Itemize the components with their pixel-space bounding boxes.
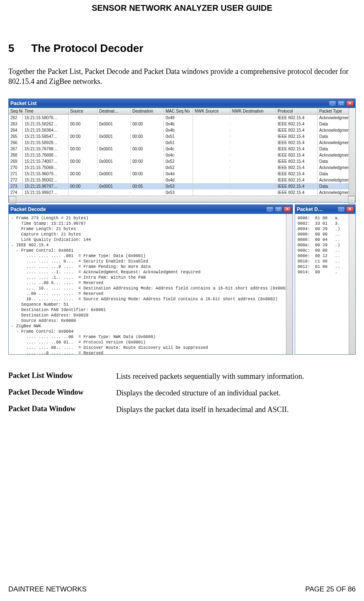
table-cell: IEEE 802.15.4 [276,183,318,189]
decode-line[interactable]: - Frame 273 (Length = 21 bytes) [11,216,290,221]
decode-line[interactable]: .... ..00 0... .... = Reserved [11,280,290,286]
col-nwk-src[interactable]: NWK Source [193,108,230,114]
table-row[interactable]: 27415:21:15.99927…0x53IEEE 802.15.4Ackno… [9,189,355,196]
hex-line[interactable]: 0004: 00 29 .) [298,226,353,232]
minimize-icon[interactable]: _ [337,206,345,212]
table-row[interactable]: 26715:21:15.76788…00:000x000100:000x4cIE… [9,146,355,152]
decode-line[interactable]: .... 10.. .... .... = Destination Addres… [11,286,290,291]
table-cell [68,129,98,131]
horizontal-scrollbar[interactable] [9,196,355,202]
decode-line[interactable]: .... .... ..1. .... = Acknowledgment Req… [11,270,290,275]
table-row[interactable]: 26215:21:15.58076…0x48IEEE 802.15.4Ackno… [9,115,355,121]
decode-line[interactable]: .... .... .1.. .... = Intra PAN: Within … [11,275,290,280]
decode-line[interactable]: Destination Address: 0x0029 [11,313,290,318]
decode-line[interactable]: - Frame Control: 0x8861 [11,248,290,253]
table-row[interactable]: 26815:21:15.76888…0x4cIEEE 802.15.4Ackno… [9,152,355,158]
maximize-icon[interactable]: □ [275,206,282,212]
table-cell: 15:21:15.75068… [23,164,68,171]
hex-line[interactable]: 000c: 00 00 .. [298,248,353,253]
table-row[interactable]: 27015:21:15.75068…0x52IEEE 802.15.4Ackno… [9,164,355,171]
table-cell [98,154,131,156]
hex-line[interactable]: 0014: 00 . [298,270,353,275]
decode-line[interactable]: Time Stamp: 15:21:15.98787 [11,221,290,226]
col-seq[interactable]: Seq No [9,108,23,114]
decode-line[interactable]: .... .... .... 0... = Security Enabled: … [11,259,290,264]
decode-line[interactable]: .... .... ...0 .... = Frame Pending: No … [11,264,290,270]
col-time[interactable]: Time [23,108,68,114]
vertical-scrollbar[interactable] [349,108,355,202]
table-cell: 264 [9,127,23,133]
col-nwk-dst[interactable]: NWK Destination [230,108,276,114]
maximize-icon[interactable]: □ [337,101,345,106]
decode-line[interactable]: .... .... .... .001 = Frame Type: Data (… [11,253,290,259]
table-cell: 0x4c [164,146,193,152]
packet-decode-titlebar[interactable]: Packet Decode _ □ × [9,205,293,214]
hex-line[interactable]: 000e: 00 12 .. [298,253,353,259]
col-destinat[interactable]: Destinat… [98,108,131,114]
close-icon[interactable]: × [283,206,291,212]
table-cell [230,185,276,187]
decode-line[interactable]: .... .... ..00 01.. = Protocol Version (… [11,340,290,345]
table-cell: 00:05 [131,183,164,189]
packet-data-body[interactable]: 0000: 61 88 a.0002: 33 01 3.0004: 00 29 … [295,214,355,354]
decode-line[interactable]: - ZigBee NWK [11,324,290,329]
table-cell: 15:21:15.99927… [23,189,68,196]
hex-line[interactable]: 000a: 00 29 .) [298,243,353,248]
decode-line[interactable]: .... ...0 .... .... = Reserved [11,351,290,354]
packet-decode-body[interactable]: - Frame 273 (Length = 21 bytes) Time Sta… [9,214,293,354]
table-row[interactable]: 26615:21:15.58928…0x51IEEE 802.15.4Ackno… [9,140,355,146]
decode-line[interactable]: .... .... 00.. .... = Discover Route: Ro… [11,345,290,351]
table-row[interactable]: 26515:21:15.58547…00:000x000100:000x51IE… [9,133,355,140]
decode-line[interactable]: ..00 .... .... .... = Reserved [11,291,290,297]
packet-list-window: Packet List _ □ × Seq No Time Source Des… [8,98,356,203]
table-cell: 00:00 [68,121,98,127]
col-protocol[interactable]: Protocol [276,108,318,114]
decode-line[interactable]: - Frame Control: 0x0004 [11,329,290,334]
col-destination[interactable]: Destination [131,108,164,114]
close-icon[interactable]: × [346,206,354,212]
table-cell: 273 [9,183,23,189]
hex-line[interactable]: 0000: 61 88 a. [298,216,353,221]
hex-line[interactable]: 0006: 00 00 .. [298,232,353,237]
col-mac-seq[interactable]: MAC Seq No [164,108,193,114]
vertical-scrollbar[interactable] [349,214,355,354]
table-row[interactable]: 27315:21:15.98787…00:000x000100:050x53IE… [9,183,355,189]
minimize-icon[interactable]: _ [329,101,336,106]
decode-line[interactable]: 10.. .... .... .... = Source Addressing … [11,297,290,302]
minimize-icon[interactable]: _ [266,206,274,212]
table-cell: IEEE 802.15.4 [276,152,318,158]
decode-line[interactable]: Source Address: 0x0000 [11,318,290,324]
packet-list-header-row[interactable]: Seq No Time Source Destinat… Destination… [9,108,355,115]
table-cell [193,129,230,131]
col-src[interactable]: Source [68,108,98,114]
table-row[interactable]: 27215:21:15.95002…0x4dIEEE 802.15.4Ackno… [9,177,355,183]
table-cell [98,142,131,143]
decode-line[interactable]: Destination PAN Identifier: 0x0001 [11,307,290,313]
decode-line[interactable]: .... .... .... ..00 = Frame Type: NWK Da… [11,334,290,340]
hex-line[interactable]: 0008: 00 04 .. [298,237,353,243]
packet-list-titlebar[interactable]: Packet List _ □ × [9,99,355,108]
table-cell [68,154,98,156]
decode-line[interactable]: Link Quality Indication: 144 [11,237,290,243]
decode-line[interactable]: Frame Length: 21 bytes [11,226,290,232]
hex-line[interactable]: 0010: c1 88 .. [298,259,353,264]
close-icon[interactable]: × [346,101,354,106]
table-row[interactable]: 26915:21:15.74007…00:000x000100:000x52IE… [9,158,355,164]
vertical-scrollbar[interactable] [286,214,293,354]
table-row[interactable]: 26415:21:15.58364…0x4bIEEE 802.15.4Ackno… [9,127,355,133]
screenshot-figure: Packet List _ □ × Seq No Time Source Des… [8,98,356,355]
decode-line[interactable]: Capture Length: 21 bytes [11,232,290,237]
definition-row: Packet List Window Lists received packet… [8,371,356,381]
packet-list-rows[interactable]: 26215:21:15.58076…0x48IEEE 802.15.4Ackno… [9,115,355,196]
table-row[interactable]: 27115:21:15.96079…00:000x000100:000x4dIE… [9,171,355,177]
hex-line[interactable]: 0012: 01 00 .. [298,264,353,270]
decode-line[interactable]: - IEEE 802.15.4 [11,243,290,248]
packet-data-title: Packet D… [297,206,337,212]
table-row[interactable]: 26315:21:15.58262…00:000x000100:000x4bIE… [9,121,355,127]
table-cell: IEEE 802.15.4 [276,158,318,164]
table-cell: 0x51 [164,133,193,140]
table-cell: IEEE 802.15.4 [276,189,318,196]
packet-data-titlebar[interactable]: Packet D… _ × [295,205,355,214]
decode-line[interactable]: Sequence Number: 51 [11,302,290,307]
hex-line[interactable]: 0002: 33 01 3. [298,221,353,226]
